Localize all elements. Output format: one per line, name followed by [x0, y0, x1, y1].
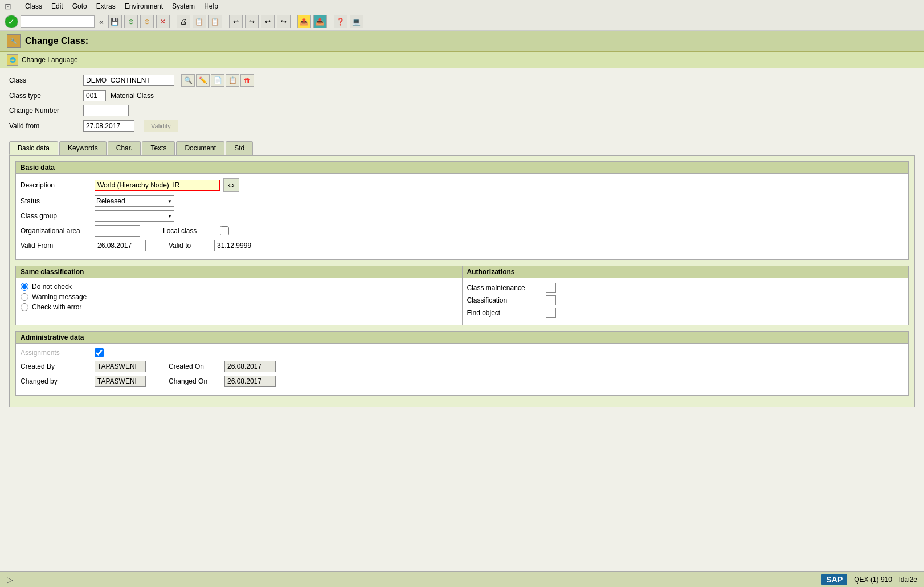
assignments-checkbox[interactable] — [95, 348, 104, 357]
localclass-checkbox[interactable] — [220, 226, 229, 235]
same-classification-section: Same classification Do not check Warning… — [15, 266, 462, 325]
new-icon-btn[interactable]: 📄 — [211, 74, 224, 87]
radio-check-with-error: Check with error — [21, 303, 457, 311]
description-label: Description — [21, 181, 95, 189]
search-icon-btn[interactable]: 🔍 — [181, 74, 195, 87]
menu-class[interactable]: Class — [25, 2, 42, 10]
assignments-label: Assignments — [21, 349, 95, 357]
authorizations-section: Authorizations Class maintenance Classif… — [462, 266, 909, 325]
radio-check-with-error-input[interactable] — [21, 303, 28, 311]
changenumber-row: Change Number — [9, 105, 915, 116]
tab-content-basic-data: Basic data Description ⇔ Status Released… — [9, 155, 915, 407]
validto-label: Valid to — [169, 242, 214, 250]
command-input[interactable] — [21, 15, 95, 28]
changedon-input — [224, 376, 276, 387]
back-green-button[interactable]: ⊙ — [124, 15, 138, 28]
tab-char[interactable]: Char. — [108, 141, 141, 155]
createdon-right: Created On — [169, 361, 276, 372]
change-class-icon: 🔧 — [7, 34, 21, 48]
tab-keywords[interactable]: Keywords — [59, 141, 107, 155]
validto-input[interactable] — [214, 240, 265, 251]
auth-classification-row: Classification — [467, 295, 904, 305]
orgarea-row: Organizational area Local class — [21, 225, 903, 237]
createdby-label: Created By — [21, 362, 95, 370]
delete-icon-btn[interactable]: 🗑 — [240, 74, 254, 87]
localclass-label: Local class — [163, 227, 220, 235]
classtype-row: Class type Material Class — [9, 90, 915, 101]
validity-button[interactable]: Validity — [144, 120, 178, 132]
auth-classification-label: Classification — [467, 296, 541, 304]
auth-class-maintenance-label: Class maintenance — [467, 284, 541, 292]
cancel-button[interactable]: ✕ — [156, 15, 170, 28]
changedon-right: Changed On — [169, 376, 276, 387]
status-select[interactable]: Released In preparation Locked — [95, 195, 174, 207]
changedby-label: Changed by — [21, 377, 95, 385]
tab-std[interactable]: Std — [226, 141, 253, 155]
menu-extras[interactable]: Extras — [96, 2, 116, 10]
class-field-label: Class — [9, 76, 83, 84]
edit-icon-btn[interactable]: ✏️ — [196, 74, 210, 87]
auth-find-object-label: Find object — [467, 309, 541, 317]
tab-texts[interactable]: Texts — [142, 141, 175, 155]
menu-edit[interactable]: Edit — [51, 2, 63, 10]
assignments-row: Assignments — [21, 348, 903, 357]
copy-icon-btn[interactable]: 📋 — [226, 74, 239, 87]
save-button[interactable]: 💾 — [108, 15, 122, 28]
page-title: Change Class: — [25, 36, 88, 46]
classgroup-select[interactable] — [95, 210, 174, 222]
folder-out-button[interactable]: 📤 — [297, 15, 311, 28]
same-classification-body: Do not check Warning message Check with … — [16, 278, 462, 316]
classtype-num-input[interactable] — [83, 90, 106, 101]
radio-do-not-check-input[interactable] — [21, 283, 28, 291]
classtype-desc: Material Class — [111, 92, 154, 100]
auth-find-object-checkbox[interactable] — [546, 308, 556, 318]
folder-in-button[interactable]: 📥 — [313, 15, 327, 28]
radio-warning-message-label: Warning message — [32, 293, 87, 301]
menu-system[interactable]: System — [172, 2, 195, 10]
menu-help[interactable]: Help — [204, 2, 218, 10]
validfrom2-label: Valid From — [21, 242, 95, 250]
validfrom2-row: Valid From Valid to — [21, 240, 903, 251]
tab-basic-data[interactable]: Basic data — [9, 141, 58, 155]
admin-section-header: Administrative data — [16, 332, 908, 344]
radio-do-not-check: Do not check — [21, 283, 457, 291]
tabs-container: Basic data Keywords Char. Texts Document… — [9, 141, 915, 155]
double-arrow-icon[interactable]: « — [97, 17, 106, 26]
help-button[interactable]: ❓ — [334, 15, 347, 28]
translate-icon-btn[interactable]: ⇔ — [223, 178, 239, 192]
ok-button[interactable]: ✓ — [5, 15, 18, 28]
nav-fwd-button[interactable]: ↪ — [245, 15, 259, 28]
menu-environment[interactable]: Environment — [125, 2, 163, 10]
createdby-row: Created By Created On — [21, 361, 903, 372]
monitor-button[interactable]: 💻 — [350, 15, 363, 28]
tabs: Basic data Keywords Char. Texts Document… — [9, 141, 915, 155]
classtype-label: Class type — [9, 92, 83, 100]
class-input[interactable] — [83, 75, 174, 86]
auth-class-maintenance-checkbox[interactable] — [546, 283, 556, 293]
classgroup-row: Class group — [21, 210, 903, 222]
orgarea-label: Organizational area — [21, 227, 95, 235]
changedon-label: Changed On — [169, 377, 220, 385]
back-orange-button[interactable]: ⊙ — [140, 15, 154, 28]
nav-back2-button[interactable]: ↩ — [261, 15, 275, 28]
auth-classification-checkbox[interactable] — [546, 295, 556, 305]
same-classification-radio-group: Do not check Warning message Check with … — [21, 283, 457, 311]
nav-fwd2-button[interactable]: ↪ — [277, 15, 291, 28]
sap-logo-icon: ⊡ — [5, 2, 11, 11]
validfrom2-input[interactable] — [95, 240, 146, 251]
orgarea-input[interactable] — [95, 225, 140, 237]
clipboard1-button[interactable]: 📋 — [193, 15, 206, 28]
tab-document[interactable]: Document — [176, 141, 224, 155]
description-input[interactable] — [95, 180, 220, 191]
radio-warning-message-input[interactable] — [21, 293, 28, 301]
clipboard2-button[interactable]: 📋 — [208, 15, 222, 28]
menu-goto[interactable]: Goto — [72, 2, 87, 10]
nav-back-button[interactable]: ↩ — [229, 15, 243, 28]
form-area: Class 🔍 ✏️ 📄 📋 🗑 Class type Material Cla… — [0, 68, 924, 141]
createdon-input — [224, 361, 276, 372]
print-button[interactable]: 🖨 — [177, 15, 190, 28]
changenumber-input[interactable] — [83, 105, 129, 116]
validfrom-input[interactable] — [83, 120, 134, 132]
auth-find-object-row: Find object — [467, 308, 904, 318]
sub-header-label: Change Language — [22, 56, 78, 64]
